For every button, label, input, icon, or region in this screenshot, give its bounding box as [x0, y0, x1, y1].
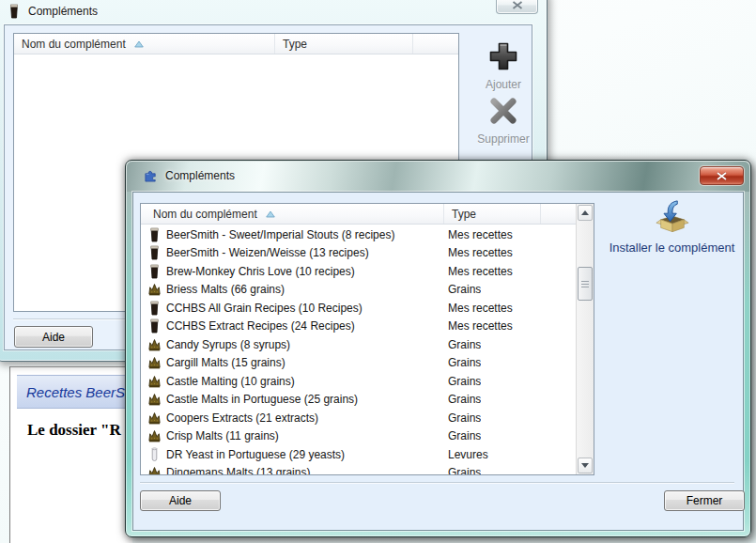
column-header-type[interactable]: Type: [275, 34, 413, 54]
addon-type: Grains: [448, 466, 481, 474]
beer-icon: [147, 301, 162, 316]
addon-name: Castle Malting (10 grains): [166, 375, 448, 388]
beer-icon: [147, 264, 162, 279]
list-item[interactable]: Coopers Extracts (21 extracts)Grains: [141, 409, 576, 427]
front-close-button[interactable]: [700, 166, 744, 185]
close-icon: [512, 1, 523, 9]
column-header-name[interactable]: Nom du complément: [141, 204, 444, 224]
list-item[interactable]: Cargill Malts (15 grains)Grains: [141, 354, 576, 373]
addon-list[interactable]: Nom du complément Type BeerSmith - Sweet…: [140, 203, 594, 475]
recipes-header-band: Recettes BeerSm: [17, 375, 132, 409]
front-window-title: Compléments: [165, 169, 235, 182]
list-item[interactable]: Brew-Monkey Chris Love (10 recipes)Mes r…: [141, 262, 576, 281]
grain-icon: [147, 411, 162, 426]
remove-addon-button[interactable]: Supprimer: [476, 94, 531, 146]
addon-type: Levures: [448, 448, 488, 461]
list-item[interactable]: Castle Malts in Portuguese (25 grains)Gr…: [141, 391, 576, 410]
delete-x-icon: [486, 94, 520, 128]
list-item[interactable]: Dingemans Malts (13 grains)Grains: [141, 464, 576, 475]
complements-window-front: Compléments Nom du complément Ty: [125, 160, 751, 537]
list-item[interactable]: Briess Malts (66 grains)Grains: [141, 281, 576, 300]
install-addon-button[interactable]: Installer le complément: [604, 199, 740, 255]
addon-type: Grains: [448, 283, 481, 296]
add-button-label: Ajouter: [476, 78, 531, 91]
addon-name: Brew-Monkey Chris Love (10 recipes): [166, 265, 448, 278]
column-header-type-label: Type: [452, 208, 476, 221]
front-help-button[interactable]: Aide: [140, 490, 221, 511]
addon-type: Grains: [448, 375, 481, 388]
addon-type: Grains: [448, 356, 481, 369]
addon-name: BeerSmith - Weizen/Weisse (13 recipes): [166, 246, 448, 259]
column-header-type[interactable]: Type: [444, 204, 541, 224]
puzzle-icon: [144, 168, 158, 182]
add-addon-button[interactable]: Ajouter: [476, 39, 531, 91]
addon-type: Grains: [448, 393, 481, 406]
list-item[interactable]: CCHBS All Grain Recipes (10 Recipes)Mes …: [141, 299, 576, 318]
addon-name: Crisp Malts (11 grains): [166, 429, 448, 442]
fermer-button[interactable]: Fermer: [664, 490, 745, 511]
front-window-client: Nom du complément Type BeerSmith - Sweet…: [132, 192, 744, 531]
arrow-up-icon: [581, 210, 589, 215]
grain-icon: [147, 282, 162, 297]
scroll-down-button[interactable]: [578, 458, 593, 473]
column-header-type-label: Type: [283, 38, 307, 51]
beer-icon: [147, 227, 162, 242]
front-window-title-group: Compléments: [144, 168, 235, 182]
scroll-up-button[interactable]: [578, 205, 593, 221]
list-item[interactable]: CCHBS Extract Recipes (24 Recipes)Mes re…: [141, 318, 576, 336]
list-item[interactable]: Candy Syrups (8 syrups)Grains: [141, 335, 576, 354]
addon-name: Dingemans Malts (13 grains): [166, 466, 448, 474]
list-item[interactable]: Crisp Malts (11 grains)Grains: [141, 427, 576, 446]
document-body-text: Le dossier "R: [27, 421, 121, 440]
sort-ascending-icon: [134, 40, 144, 48]
grain-icon: [147, 428, 162, 443]
list-item[interactable]: Castle Malting (10 grains)Grains: [141, 372, 576, 391]
back-close-button[interactable]: [496, 0, 538, 14]
addon-type: Mes recettes: [448, 265, 513, 278]
back-help-button[interactable]: Aide: [14, 326, 93, 348]
front-list-header: Nom du complément Type: [141, 204, 577, 225]
scrollbar-thumb[interactable]: [578, 267, 593, 301]
addon-type: Mes recettes: [448, 302, 513, 315]
grain-icon: [147, 392, 162, 407]
front-separator: [140, 482, 734, 483]
addon-name: BeerSmith - Sweet/Imperial Stouts (8 rec…: [166, 228, 448, 241]
back-help-label: Aide: [42, 331, 65, 344]
addon-name: CCHBS Extract Recipes (24 Recipes): [166, 319, 448, 333]
arrow-down-icon: [581, 463, 589, 468]
beer-icon: [147, 318, 162, 334]
column-header-filler: [413, 34, 458, 54]
addon-name: Candy Syrups (8 syrups): [166, 338, 448, 351]
recipes-document-panel: Recettes BeerSm Le dossier "R: [9, 366, 132, 543]
addon-name: Cargill Malts (15 grains): [166, 356, 448, 369]
recipes-header-text: Recettes BeerSm: [26, 384, 132, 400]
list-item[interactable]: BeerSmith - Weizen/Weisse (13 recipes)Me…: [141, 244, 576, 263]
addon-name: Castle Malts in Portuguese (25 grains): [166, 393, 448, 406]
install-box-arrow-icon: [655, 199, 690, 235]
sort-ascending-icon: [266, 210, 275, 218]
column-header-name[interactable]: Nom du complément: [14, 34, 275, 54]
addon-name: Coopers Extracts (21 extracts): [166, 411, 448, 425]
column-header-name-label: Nom du complément: [148, 208, 257, 221]
vertical-scrollbar[interactable]: [576, 204, 594, 474]
front-help-label: Aide: [169, 494, 192, 507]
plus-icon: [486, 39, 520, 73]
list-item[interactable]: BeerSmith - Sweet/Imperial Stouts (8 rec…: [141, 225, 576, 244]
scrollbar-grip: [581, 281, 589, 287]
addon-list-rows: BeerSmith - Sweet/Imperial Stouts (8 rec…: [141, 225, 576, 474]
beer-icon: [147, 245, 162, 260]
addon-type: Grains: [448, 338, 481, 351]
back-window-title: Compléments: [28, 5, 98, 18]
remove-button-label: Supprimer: [476, 132, 531, 146]
fermer-label: Fermer: [687, 494, 723, 507]
back-window-titlebar: Compléments: [8, 4, 98, 19]
addon-type: Mes recettes: [448, 319, 513, 333]
close-icon: [716, 172, 728, 180]
addon-type: Grains: [448, 429, 481, 442]
list-item[interactable]: DR Yeast in Portuguese (29 yeasts)Levure…: [141, 445, 576, 464]
grain-icon: [147, 465, 162, 474]
yeast-icon: [147, 447, 162, 462]
screen: Recettes BeerSm Le dossier "R Complément…: [0, 0, 756, 543]
column-header-filler: [541, 204, 577, 224]
addon-name: CCHBS All Grain Recipes (10 Recipes): [166, 302, 448, 315]
